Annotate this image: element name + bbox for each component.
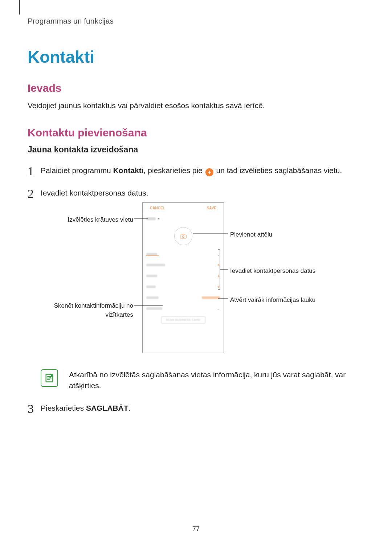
step-1-text-c: un tad izvēlieties saglabāšanas vietu. [214,166,342,175]
step-1: Palaidiet programmu Kontakti, pieskariet… [28,165,364,176]
callout-add-image: Pievienot attēlu [230,230,272,239]
manual-page: Programmas un funkcijas Kontakti Ievads … [0,0,392,554]
cancel-button[interactable]: CANCEL [150,205,165,211]
phone-screenshot: CANCEL SAVE [142,202,224,353]
section-add-subheading: Jauna kontakta izveidošana [28,145,364,155]
avatar-zone [143,223,224,249]
note-box: Atkarībā no izvēlētās saglabāšanas vieta… [41,369,364,391]
callout-enter-data: Ievadiet kontaktpersonas datus [230,266,315,276]
page-tab-mark [19,0,20,15]
page-title: Kontakti [28,47,364,67]
email-field[interactable]: + [143,282,224,292]
note-icon [41,369,58,387]
scan-row: SCAN BUSINESS CARD [143,314,224,324]
plus-icon: + [217,262,220,269]
plus-icon: + [217,283,220,291]
plus-icon: + [205,168,213,176]
callout-more-fields: Atvērt vairāk informācijas lauku [230,295,315,305]
section-intro-body: Veidojiet jaunus kontaktus vai pārvaldie… [28,100,364,111]
plus-icon: + [217,272,220,280]
step-2: Ievadiet kontaktpersonas datus. CANCEL S… [28,187,364,391]
svg-rect-0 [180,235,186,238]
step-1-app-name: Kontakti [113,166,144,175]
note-text: Atkarībā no izvēlētās saglabāšanas vieta… [69,369,364,391]
camera-icon [180,234,187,239]
callout-scan-card: Skenēt kontaktinformāciju no vizītkartes [41,301,133,320]
groups-value [202,296,220,299]
step-3-text-b: . [128,404,131,412]
step-2-text: Ievadiet kontaktpersonas datus. [41,189,148,197]
breadcrumb: Programmas un funkcijas [28,17,364,25]
step-1-text-b: , pieskarieties pie [144,166,205,175]
phone-topbar: CANCEL SAVE [143,203,224,214]
svg-point-2 [182,236,184,238]
section-add-heading: Kontaktu pievienošana [28,127,364,139]
organisation-field[interactable]: + [143,260,224,271]
view-more-row[interactable]: ⌄ [143,303,224,314]
section-intro-heading: Ievads [28,82,364,94]
page-number: 77 [0,525,392,533]
groups-row[interactable] [143,292,224,303]
add-photo-button[interactable] [174,227,192,245]
phone-field[interactable]: + [143,271,224,282]
callout-select-storage: Izvēlēties krātuves vietu [52,215,133,225]
step-1-text-a: Palaidiet programmu [41,166,113,175]
svg-rect-1 [182,234,184,235]
contact-editor-diagram: CANCEL SAVE [41,202,377,362]
step-3-text-a: Pieskarieties [41,404,86,412]
chevron-down-icon: ⌄ [217,251,220,258]
scan-business-card-button[interactable]: SCAN BUSINESS CARD [161,316,205,324]
name-field[interactable]: ⌄ [143,249,224,260]
chevron-down-icon [157,218,160,219]
memo-icon [44,373,54,383]
chevron-down-icon: ⌄ [217,306,220,312]
storage-label-blur [146,217,156,220]
step-3: Pieskarieties SAGLABĀT. [28,402,364,414]
step-3-save-label: SAGLABĀT [86,404,128,412]
groups-label [146,296,159,299]
steps-list: Palaidiet programmu Kontakti, pieskariet… [28,165,364,414]
storage-selector[interactable] [143,214,224,223]
save-button[interactable]: SAVE [207,205,217,211]
